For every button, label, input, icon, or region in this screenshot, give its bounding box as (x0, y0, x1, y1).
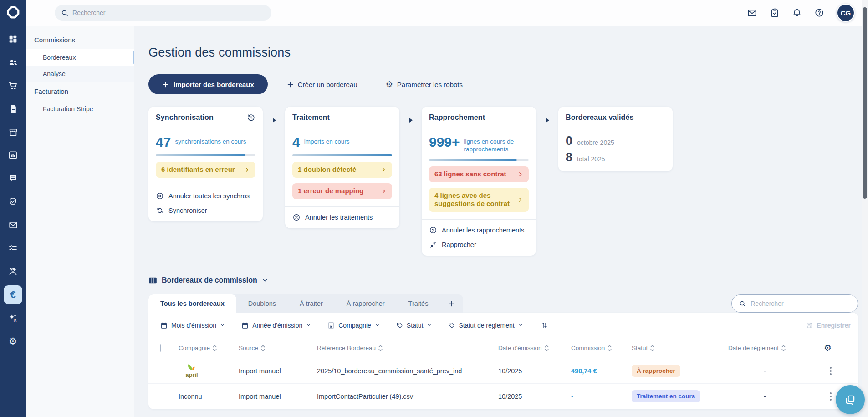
column-header-date-emission[interactable]: Date d'émission (498, 345, 571, 351)
rapprocher-action[interactable]: Rapprocher (429, 241, 529, 249)
chevron-right-icon (381, 167, 387, 173)
notifications-bell-icon[interactable] (792, 8, 802, 18)
row-menu-kebab-icon[interactable] (830, 392, 832, 401)
cancel-synchros-action[interactable]: Annuler toutes les synchros (156, 192, 255, 200)
status-badge: Traitement en cours (632, 390, 700, 402)
filter-mois-emission[interactable]: Mois d'émission (160, 322, 225, 329)
card-title: Traitement (292, 113, 330, 122)
company-logo-april: april (179, 362, 205, 380)
table-row[interactable]: Inconnu Import manuel ImportContactParti… (148, 384, 858, 409)
scrollbar-thumb[interactable] (863, 7, 867, 199)
user-avatar[interactable]: CG (837, 4, 855, 22)
messages-icon[interactable] (747, 8, 757, 18)
configure-robots-button[interactable]: ⚙ Paramétrer les robots (386, 80, 463, 88)
filter-compagnie[interactable]: Compagnie (327, 322, 380, 329)
document-icon[interactable] (4, 99, 22, 118)
euro-glyph: € (10, 289, 15, 301)
column-header-compagnie[interactable]: Compagnie (179, 345, 239, 351)
sort-icon (650, 345, 654, 351)
caret-right-icon (408, 118, 413, 123)
stat-value: 0 (566, 134, 572, 148)
table-settings-gear-icon[interactable]: ⚙ (824, 343, 832, 353)
chat-fab-button[interactable] (836, 385, 865, 414)
tab-traites[interactable]: Traités (397, 294, 440, 313)
cancel-rapprochements-action[interactable]: Annuler les rapprochements (429, 226, 529, 234)
mail-icon[interactable] (4, 216, 22, 234)
cell-reference: ImportContactParticulier (49).csv (317, 393, 498, 400)
tab-tous-les-bordereaux[interactable]: Tous les bordereaux (148, 294, 236, 313)
create-bordereau-button[interactable]: Créer un bordereau (287, 81, 357, 88)
column-header-commission[interactable]: Commission (571, 345, 632, 351)
chat-icon[interactable] (4, 169, 22, 188)
table-search-input[interactable] (751, 300, 850, 307)
main-content: Gestion des commissions Importer des bor… (134, 26, 868, 417)
card-traitement: Traitement 4 imports en cours 1 doublon … (285, 107, 399, 228)
tab-a-traiter[interactable]: À traiter (288, 294, 335, 313)
column-header-reference[interactable]: Référence Bordereau (317, 345, 498, 351)
synchronize-action[interactable]: Synchroniser (156, 206, 255, 215)
global-search-input[interactable] (72, 9, 265, 16)
chevron-down-icon (220, 323, 225, 328)
table-row[interactable]: april Import manuel 2025/10_bordereau_co… (148, 358, 858, 384)
tab-doublons[interactable]: Doublons (236, 294, 288, 313)
cart-icon[interactable] (4, 76, 22, 95)
ai-sparkle-icon[interactable]: IA (4, 309, 22, 327)
stat-value: 8 (566, 151, 572, 165)
plus-icon (287, 81, 294, 88)
cancel-traitements-action[interactable]: Annuler les traitements (292, 213, 392, 221)
adjust-columns-icon[interactable] (541, 321, 548, 329)
list-section-header[interactable]: Bordereaux de commission (148, 276, 868, 284)
icon-rail: € IA ⚙ (0, 0, 26, 417)
euro-commissions-icon[interactable]: € (4, 285, 22, 304)
help-icon[interactable] (814, 8, 824, 18)
badge-doublon[interactable]: 1 doublon détecté (292, 162, 392, 178)
topbar-actions: CG (747, 4, 855, 22)
column-header-source[interactable]: Source (239, 345, 317, 351)
select-all-checkbox[interactable] (160, 344, 161, 352)
badge-erreur-mapping[interactable]: 1 erreur de mapping (292, 183, 392, 199)
card-bordereaux-valides: Bordereaux validés 0 octobre 2025 8 tota… (558, 107, 673, 171)
tab-a-rapprocher[interactable]: À rapprocher (335, 294, 397, 313)
badge-identifiants-erreur[interactable]: 6 identifiants en erreur (156, 162, 255, 178)
cancel-circle-icon (429, 226, 437, 234)
chevron-right-icon (244, 167, 250, 173)
sidebar-item-facturation-stripe[interactable]: Facturation Stripe (26, 101, 134, 117)
row-menu-kebab-icon[interactable] (830, 367, 832, 375)
card-title: Rapprochement (429, 113, 485, 122)
tab-strip: Tous les bordereaux Doublons À traiter À… (148, 294, 463, 313)
dashboard-icon[interactable] (4, 30, 22, 48)
tools-icon[interactable] (4, 262, 22, 281)
app-logo-icon[interactable] (5, 4, 22, 21)
badge-lignes-sans-contrat[interactable]: 63 lignes sans contrat (429, 166, 529, 182)
history-icon[interactable] (247, 113, 255, 122)
add-tab-button[interactable] (440, 294, 463, 313)
search-icon (61, 9, 68, 17)
filters-row: Mois d'émission Année d'émission Compagn… (148, 313, 858, 338)
shield-check-icon[interactable] (4, 192, 22, 211)
save-view-button[interactable]: Enregistrer (806, 322, 851, 329)
bar-chart-icon[interactable] (4, 146, 22, 165)
people-icon[interactable] (4, 53, 22, 72)
checklist-icon[interactable] (4, 239, 22, 257)
columns-table-icon (148, 277, 157, 284)
page-scrollbar[interactable] (862, 0, 868, 417)
cancel-circle-icon (292, 213, 301, 221)
filter-annee-emission[interactable]: Année d'émission (241, 322, 311, 329)
status-badge: À rapprocher (632, 365, 680, 377)
import-bordereaux-button[interactable]: Importer des bordereaux (148, 74, 268, 94)
global-search[interactable] (55, 5, 271, 21)
badge-suggestions-contrat[interactable]: 4 lignes avec des suggestions de contrat (429, 188, 529, 212)
column-header-statut[interactable]: Statut (632, 345, 728, 351)
store-icon[interactable] (4, 123, 22, 141)
table-search[interactable] (731, 294, 858, 313)
caret-right-icon (272, 118, 276, 123)
tasks-clipboard-icon[interactable] (770, 8, 780, 18)
filter-statut-reglement[interactable]: Statut de réglement (448, 322, 523, 329)
progress-bar (429, 159, 529, 161)
sidebar-item-bordereaux[interactable]: Bordereaux (26, 49, 134, 66)
settings-gear-icon[interactable]: ⚙ (4, 332, 22, 350)
column-header-date-reglement[interactable]: Date de règlement (728, 345, 818, 351)
sidebar-item-analyse[interactable]: Analyse (26, 66, 134, 82)
metric-label: lignes en cours de rapprochements (464, 135, 529, 154)
filter-statut[interactable]: Statut (396, 322, 432, 329)
